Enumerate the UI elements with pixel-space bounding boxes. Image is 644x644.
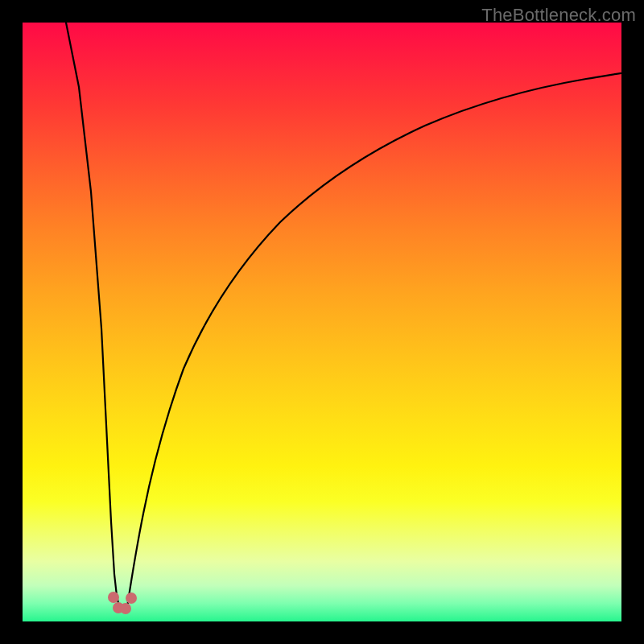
watermark-text: TheBottleneck.com <box>481 5 636 26</box>
plot-area <box>23 23 621 621</box>
marker-dot <box>108 592 119 603</box>
marker-dot <box>120 603 131 614</box>
marker-dot <box>126 592 137 604</box>
curve-right-branch <box>127 71 621 607</box>
bottleneck-curve <box>23 23 621 621</box>
curve-left-branch <box>64 23 119 607</box>
chart-frame: TheBottleneck.com <box>0 0 644 644</box>
